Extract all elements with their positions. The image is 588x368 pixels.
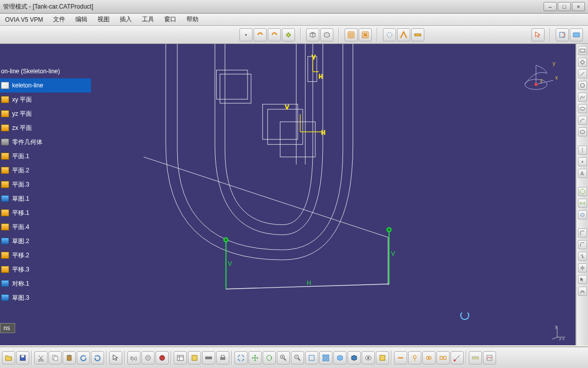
undo2-icon[interactable]: [77, 351, 90, 364]
tree-item[interactable]: 平面.2: [0, 163, 91, 177]
profile-diamond-icon[interactable]: [578, 58, 587, 67]
iso-view-icon[interactable]: [333, 351, 347, 364]
zoom-in-icon[interactable]: [277, 351, 290, 364]
cube2-icon[interactable]: [320, 28, 333, 41]
mirror-icon[interactable]: [578, 263, 587, 272]
arc-icon[interactable]: [578, 116, 587, 125]
dimension-icon[interactable]: [578, 199, 587, 208]
zoom-out-icon[interactable]: [291, 351, 304, 364]
tree-item[interactable]: 平移.1: [0, 206, 91, 220]
offset-icon[interactable]: [578, 287, 587, 296]
cursor2-icon[interactable]: [578, 275, 587, 284]
multi-view-icon[interactable]: [319, 351, 332, 364]
material-icon[interactable]: [156, 351, 169, 364]
menu-edit[interactable]: 编辑: [72, 14, 90, 25]
normal-view-icon[interactable]: [305, 351, 318, 364]
diamond-icon[interactable]: [282, 28, 295, 41]
exit-sketch-icon[interactable]: [556, 28, 569, 41]
circle-icon[interactable]: [578, 81, 587, 90]
open-icon[interactable]: [2, 351, 15, 364]
select-icon[interactable]: [109, 351, 122, 364]
grid-icon[interactable]: [345, 28, 358, 41]
point-icon[interactable]: [239, 28, 253, 41]
svg-rect-4: [415, 34, 421, 36]
maximize-button[interactable]: □: [558, 2, 571, 11]
cursor-icon[interactable]: [531, 28, 545, 41]
redo-icon[interactable]: [268, 28, 281, 41]
cut-icon[interactable]: [34, 351, 47, 364]
ellipse-icon[interactable]: [578, 104, 587, 113]
grid-snap-icon[interactable]: [359, 28, 372, 41]
ruler-icon[interactable]: [469, 351, 482, 364]
tree-item[interactable]: 平移.3: [0, 262, 91, 277]
menu-window[interactable]: 窗口: [161, 14, 179, 25]
menu-insert[interactable]: 插入: [117, 14, 135, 25]
catalog-icon[interactable]: [188, 351, 201, 364]
tree-item[interactable]: yz 平面: [0, 107, 91, 121]
profile-rect-icon[interactable]: [578, 46, 587, 55]
workbench-icon[interactable]: [570, 28, 583, 41]
point2-icon[interactable]: [578, 157, 587, 166]
tree-item[interactable]: xy 平面: [0, 93, 91, 107]
menu-vpm[interactable]: OVIA V5 VPM: [2, 15, 46, 24]
copy-icon[interactable]: [48, 351, 62, 364]
tree-item[interactable]: 草图.2: [0, 234, 91, 248]
hide-show-icon[interactable]: [362, 351, 375, 364]
text-icon[interactable]: A: [578, 169, 587, 178]
measure2-icon[interactable]: [451, 351, 464, 364]
tree-selected[interactable]: keleton-line: [0, 78, 91, 93]
tree-item[interactable]: 零件几何体: [0, 135, 91, 149]
compass[interactable]: y x z: [520, 59, 560, 100]
tree-item[interactable]: 平移.2: [0, 248, 91, 262]
coincident-icon[interactable]: [422, 351, 435, 364]
menu-file[interactable]: 文件: [50, 14, 68, 25]
corner-icon[interactable]: [578, 228, 587, 238]
shading-icon[interactable]: [348, 351, 361, 364]
fog-icon[interactable]: [141, 351, 155, 364]
tree-item[interactable]: 平面.3: [0, 177, 91, 192]
svg-text:A: A: [580, 171, 584, 176]
minimize-button[interactable]: –: [544, 2, 557, 11]
constraint-icon[interactable]: [578, 187, 587, 196]
cube-icon[interactable]: [306, 28, 319, 41]
svg-rect-69: [326, 358, 329, 361]
animate-icon[interactable]: [578, 210, 587, 219]
contact-icon[interactable]: [436, 351, 450, 364]
tree-item[interactable]: 对称.1: [0, 277, 91, 291]
line-icon[interactable]: [578, 69, 587, 78]
tree-root[interactable]: on-line (Skeleton-line): [0, 64, 91, 78]
axis-icon[interactable]: [578, 146, 587, 155]
constraint2-icon[interactable]: [394, 351, 407, 364]
hexagon-icon[interactable]: [578, 127, 587, 136]
menu-tools[interactable]: 工具: [139, 14, 157, 25]
tree-item[interactable]: 平面.1: [0, 149, 91, 163]
construct-icon[interactable]: [383, 28, 396, 41]
fix-icon[interactable]: [408, 351, 421, 364]
pan-icon[interactable]: [249, 351, 262, 364]
trim-icon[interactable]: [578, 252, 587, 261]
project-icon[interactable]: [397, 28, 410, 41]
tree-item[interactable]: 平面.4: [0, 220, 91, 234]
print-icon[interactable]: [216, 351, 229, 364]
redo2-icon[interactable]: [91, 351, 104, 364]
undo-icon[interactable]: [254, 28, 267, 41]
tree-item[interactable]: 草图.3: [0, 291, 91, 305]
menu-view[interactable]: 视图: [94, 14, 113, 25]
formula-icon[interactable]: f(x): [127, 351, 140, 364]
menu-help[interactable]: 帮助: [183, 14, 202, 25]
swap-icon[interactable]: [376, 351, 389, 364]
measure-icon[interactable]: [202, 351, 215, 364]
close-button[interactable]: ×: [572, 2, 585, 11]
rotate-icon[interactable]: [263, 351, 276, 364]
table-icon[interactable]: [174, 351, 187, 364]
analysis-icon[interactable]: [483, 351, 496, 364]
spline-icon[interactable]: [578, 93, 587, 102]
save-icon[interactable]: [16, 351, 29, 364]
tree-item[interactable]: 草图.1: [0, 192, 91, 206]
paste-icon[interactable]: [63, 351, 76, 364]
chamfer-icon[interactable]: [578, 240, 587, 249]
fit-icon[interactable]: [234, 351, 248, 364]
tree-item[interactable]: zx 平面: [0, 121, 91, 135]
intersect-icon[interactable]: [411, 28, 424, 41]
viewport-3d[interactable]: on-line (Skeleton-line) keleton-line xy …: [0, 44, 576, 345]
